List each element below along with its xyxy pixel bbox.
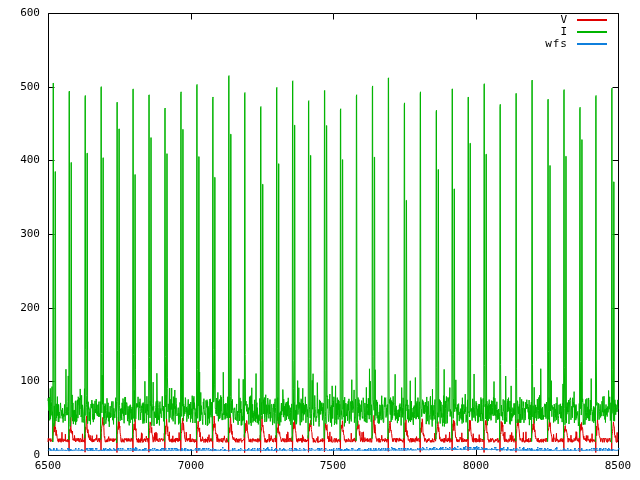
x-tick-label: 8000 bbox=[454, 460, 498, 472]
y-tick-label: 400 bbox=[0, 154, 40, 166]
x-tick-label: 6500 bbox=[26, 460, 70, 472]
legend-line-sample bbox=[577, 19, 607, 21]
x-tick-label: 7000 bbox=[169, 460, 213, 472]
legend-line-sample bbox=[577, 43, 607, 45]
legend-item-V: V bbox=[0, 14, 640, 26]
plot-canvas bbox=[0, 0, 640, 480]
legend-label: wfs bbox=[500, 38, 568, 50]
legend-line-sample bbox=[577, 31, 607, 33]
gnuplot-window: 0100200300400500600 65007000750080008500… bbox=[0, 0, 640, 480]
legend-item-wfs: wfs bbox=[0, 38, 640, 50]
y-tick-label: 100 bbox=[0, 375, 40, 387]
x-tick-label: 8500 bbox=[596, 460, 640, 472]
y-tick-label: 300 bbox=[0, 228, 40, 240]
x-tick-label: 7500 bbox=[311, 460, 355, 472]
y-tick-label: 500 bbox=[0, 81, 40, 93]
legend-item-I: I bbox=[0, 26, 640, 38]
y-tick-label: 200 bbox=[0, 302, 40, 314]
legend-label: V bbox=[500, 14, 568, 26]
